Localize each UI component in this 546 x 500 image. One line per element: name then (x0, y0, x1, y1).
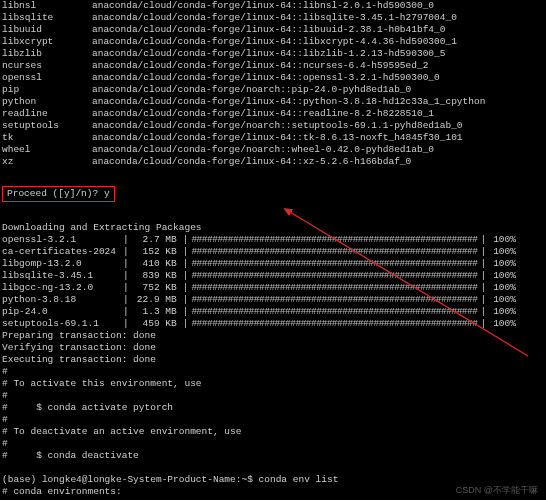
download-size: 1.3 MB (132, 306, 180, 318)
package-name: python (2, 96, 92, 108)
download-pct: 100% (489, 318, 516, 330)
message-line (2, 462, 544, 474)
package-spec: anaconda/cloud/conda-forge/linux-64::lib… (92, 12, 544, 24)
package-name: wheel (2, 144, 92, 156)
package-name: libzlib (2, 48, 92, 60)
transaction-status: Preparing transaction: doneVerifying tra… (2, 330, 544, 366)
package-row: libnslanaconda/cloud/conda-forge/linux-6… (2, 0, 544, 12)
message-line: # To activate this environment, use (2, 378, 544, 390)
progress-bar: ########################################… (191, 294, 477, 306)
package-spec: anaconda/cloud/conda-forge/linux-64::rea… (92, 108, 544, 120)
download-name: setuptools-69.1.1 (2, 318, 120, 330)
package-row: wheelanaconda/cloud/conda-forge/noarch::… (2, 144, 544, 156)
download-row: python-3.8.18|22.9 MB|##################… (2, 294, 544, 306)
download-size: 152 KB (132, 246, 180, 258)
package-name: libnsl (2, 0, 92, 12)
package-spec: anaconda/cloud/conda-forge/noarch::setup… (92, 120, 544, 132)
message-line: # $ conda deactivate (2, 450, 544, 462)
message-line: # $ conda activate pytorch (2, 402, 544, 414)
message-line: # (2, 438, 544, 450)
proceed-prompt[interactable]: Proceed ([y]/n)? y (2, 186, 115, 202)
message-line: # (2, 390, 544, 402)
download-header: Downloading and Extracting Packages (2, 222, 544, 234)
package-name: libuuid (2, 24, 92, 36)
download-size: 410 KB (132, 258, 180, 270)
package-name: libxcrypt (2, 36, 92, 48)
download-size: 2.7 MB (132, 234, 180, 246)
package-row: pythonanaconda/cloud/conda-forge/linux-6… (2, 96, 544, 108)
proceed-prompt-text: Proceed ([y]/n)? (7, 188, 104, 199)
progress-bar: ########################################… (191, 282, 477, 294)
download-name: libgcc-ng-13.2.0 (2, 282, 120, 294)
package-row: tkanaconda/cloud/conda-forge/linux-64::t… (2, 132, 544, 144)
package-row: ncursesanaconda/cloud/conda-forge/linux-… (2, 60, 544, 72)
progress-bar: ########################################… (191, 234, 477, 246)
package-row: xzanaconda/cloud/conda-forge/linux-64::x… (2, 156, 544, 168)
download-size: 752 KB (132, 282, 180, 294)
download-row: openssl-3.2.1|2.7 MB|###################… (2, 234, 544, 246)
progress-bar: ########################################… (191, 258, 477, 270)
download-row: libgcc-ng-13.2.0|752 KB|################… (2, 282, 544, 294)
package-spec: anaconda/cloud/conda-forge/linux-64::pyt… (92, 96, 544, 108)
download-size: 459 KB (132, 318, 180, 330)
package-row: libuuidanaconda/cloud/conda-forge/linux-… (2, 24, 544, 36)
proceed-answer: y (104, 188, 110, 199)
transaction-line: Executing transaction: done (2, 354, 544, 366)
download-name: libgomp-13.2.0 (2, 258, 120, 270)
package-row: setuptoolsanaconda/cloud/conda-forge/noa… (2, 120, 544, 132)
download-row: ca-certificates-2024|152 KB|############… (2, 246, 544, 258)
watermark: CSDN @不学能干嘛 (456, 484, 538, 496)
download-name: python-3.8.18 (2, 294, 120, 306)
package-row: libsqliteanaconda/cloud/conda-forge/linu… (2, 12, 544, 24)
download-pct: 100% (489, 270, 516, 282)
package-name: setuptools (2, 120, 92, 132)
shell-prompt: (base) longke4@longke-System-Product-Nam… (2, 474, 259, 485)
package-row: libzlibanaconda/cloud/conda-forge/linux-… (2, 48, 544, 60)
package-spec: anaconda/cloud/conda-forge/linux-64::tk-… (92, 132, 544, 144)
package-spec: anaconda/cloud/conda-forge/linux-64::ncu… (92, 60, 544, 72)
download-pct: 100% (489, 306, 516, 318)
download-row: setuptools-69.1.1|459 KB|###############… (2, 318, 544, 330)
package-name: readline (2, 108, 92, 120)
package-row: libxcryptanaconda/cloud/conda-forge/linu… (2, 36, 544, 48)
progress-bar: ########################################… (191, 270, 477, 282)
download-pct: 100% (489, 258, 516, 270)
download-list: openssl-3.2.1|2.7 MB|###################… (2, 234, 544, 330)
message-line: # (2, 366, 544, 378)
progress-bar: ########################################… (191, 318, 477, 330)
progress-bar: ########################################… (191, 306, 477, 318)
package-row: opensslanaconda/cloud/conda-forge/linux-… (2, 72, 544, 84)
download-pct: 100% (489, 294, 516, 306)
transaction-line: Verifying transaction: done (2, 342, 544, 354)
package-row: pipanaconda/cloud/conda-forge/noarch::pi… (2, 84, 544, 96)
package-name: pip (2, 84, 92, 96)
package-row: readlineanaconda/cloud/conda-forge/linux… (2, 108, 544, 120)
download-pct: 100% (489, 282, 516, 294)
download-name: ca-certificates-2024 (2, 246, 120, 258)
package-spec: anaconda/cloud/conda-forge/linux-64::lib… (92, 24, 544, 36)
download-row: pip-24.0|1.3 MB|########################… (2, 306, 544, 318)
package-spec: anaconda/cloud/conda-forge/linux-64::lib… (92, 0, 544, 12)
download-name: libsqlite-3.45.1 (2, 270, 120, 282)
package-name: xz (2, 156, 92, 168)
download-pct: 100% (489, 246, 516, 258)
download-pct: 100% (489, 234, 516, 246)
package-spec: anaconda/cloud/conda-forge/linux-64::lib… (92, 36, 544, 48)
download-row: libsqlite-3.45.1|839 KB|################… (2, 270, 544, 282)
package-name: tk (2, 132, 92, 144)
terminal-output: libnslanaconda/cloud/conda-forge/linux-6… (2, 0, 544, 500)
package-spec: anaconda/cloud/conda-forge/noarch::wheel… (92, 144, 544, 156)
message-line: # To deactivate an active environment, u… (2, 426, 544, 438)
package-spec: anaconda/cloud/conda-forge/linux-64::ope… (92, 72, 544, 84)
package-name: libsqlite (2, 12, 92, 24)
package-name: ncurses (2, 60, 92, 72)
package-name: openssl (2, 72, 92, 84)
transaction-line: Preparing transaction: done (2, 330, 544, 342)
package-spec: anaconda/cloud/conda-forge/linux-64::xz-… (92, 156, 544, 168)
package-spec: anaconda/cloud/conda-forge/noarch::pip-2… (92, 84, 544, 96)
message-line: # (2, 414, 544, 426)
download-row: libgomp-13.2.0|410 KB|##################… (2, 258, 544, 270)
package-spec: anaconda/cloud/conda-forge/linux-64::lib… (92, 48, 544, 60)
activation-message: ## To activate this environment, use## $… (2, 366, 544, 474)
download-size: 22.9 MB (132, 294, 180, 306)
